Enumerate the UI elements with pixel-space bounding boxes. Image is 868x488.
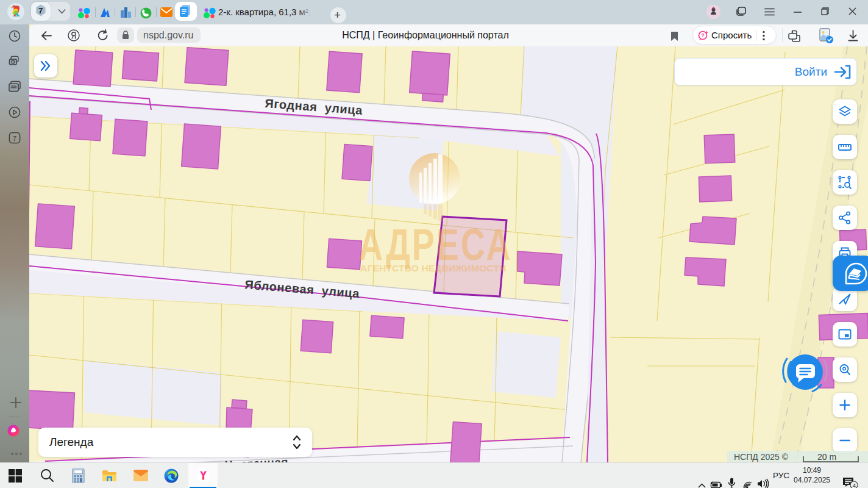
svg-text:АДРЕСА: АДРЕСА — [358, 220, 513, 270]
svg-text:7: 7 — [38, 6, 43, 15]
svg-text:АГЕНТСТВО НЕДВИЖИМОСТИ: АГЕНТСТВО НЕДВИЖИМОСТИ — [360, 263, 506, 273]
svg-text:4: 4 — [853, 482, 856, 488]
svg-text:7: 7 — [13, 135, 16, 142]
svg-text:?: ? — [701, 32, 705, 38]
